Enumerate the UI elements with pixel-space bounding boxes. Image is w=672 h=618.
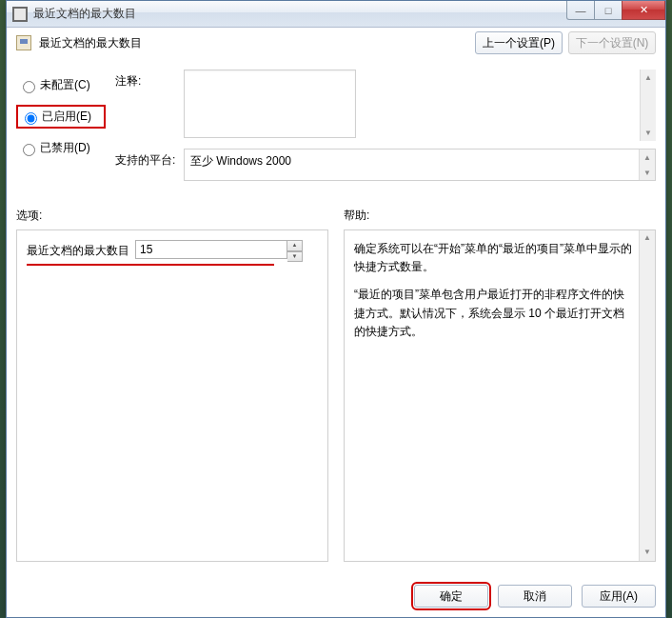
comment-scrollbar[interactable]: ▲ ▼: [640, 70, 656, 141]
radio-enabled-input[interactable]: [25, 112, 37, 125]
content-area: 最近文档的最大数目 上一个设置(P) 下一个设置(N) 未配置(C) 已启用(E…: [16, 31, 656, 608]
spin-down-button[interactable]: ▼: [287, 251, 303, 263]
radio-enabled[interactable]: 已启用(E): [16, 105, 106, 129]
platform-box: 至少 Windows 2000 ▲ ▼: [184, 149, 656, 181]
fields-column: 注释: ▲ ▼ 支持的平台: 至少 Windows 2000 ▲: [115, 70, 656, 189]
help-body: 确定系统可以在“开始”菜单的“最近的项目”菜单中显示的快捷方式数量。 “最近的项…: [344, 229, 656, 562]
close-button[interactable]: ✕: [622, 1, 665, 20]
radio-column: 未配置(C) 已启用(E) 已禁用(D): [16, 70, 106, 189]
window-buttons: — □ ✕: [567, 1, 665, 20]
previous-setting-button[interactable]: 上一个设置(P): [475, 31, 563, 54]
scroll-up-icon[interactable]: ▲: [640, 230, 655, 247]
page-title: 最近文档的最大数目: [39, 35, 469, 51]
titlebar[interactable]: 最近文档的最大数目 — □ ✕: [7, 1, 665, 28]
help-paragraph-1: 确定系统可以在“开始”菜单的“最近的项目”菜单中显示的快捷方式数量。: [354, 240, 634, 276]
option-label: 最近文档的最大数目: [27, 242, 129, 260]
comment-row: 注释: ▲ ▼: [115, 70, 656, 141]
maximize-button[interactable]: □: [594, 1, 623, 20]
scroll-down-icon[interactable]: ▼: [640, 545, 655, 561]
scroll-down-icon[interactable]: ▼: [641, 125, 656, 141]
radio-not-configured-input[interactable]: [23, 81, 35, 93]
window-title: 最近文档的最大数目: [33, 6, 136, 22]
ok-button[interactable]: 确定: [414, 585, 488, 608]
help-label: 帮助:: [344, 208, 656, 224]
scroll-up-icon[interactable]: ▲: [640, 150, 655, 165]
help-scrollbar[interactable]: ▲ ▼: [639, 230, 655, 561]
radio-disabled[interactable]: 已禁用(D): [16, 138, 106, 158]
radio-disabled-input[interactable]: [23, 144, 35, 156]
radio-not-configured[interactable]: 未配置(C): [16, 75, 106, 95]
help-pane: 帮助: 确定系统可以在“开始”菜单的“最近的项目”菜单中显示的快捷方式数量。 “…: [344, 208, 656, 562]
platform-row: 支持的平台: 至少 Windows 2000 ▲ ▼: [115, 149, 656, 181]
radio-disabled-label: 已禁用(D): [40, 140, 90, 156]
dialog-window: 最近文档的最大数目 — □ ✕ 最近文档的最大数目 上一个设置(P) 下一个设置…: [6, 0, 666, 618]
panes: 选项: 最近文档的最大数目 ▲ ▼ 帮助:: [16, 208, 656, 562]
platform-label: 支持的平台:: [115, 149, 184, 181]
next-setting-button: 下一个设置(N): [568, 31, 656, 54]
header-row: 最近文档的最大数目 上一个设置(P) 下一个设置(N): [16, 31, 656, 54]
config-area: 未配置(C) 已启用(E) 已禁用(D) 注释: ▲: [16, 70, 656, 189]
comment-textarea[interactable]: [184, 70, 356, 138]
options-label: 选项:: [16, 208, 328, 224]
scroll-down-icon[interactable]: ▼: [640, 165, 655, 180]
option-row: 最近文档的最大数目 ▲ ▼: [27, 240, 274, 266]
radio-enabled-label: 已启用(E): [42, 109, 91, 125]
cancel-button[interactable]: 取消: [498, 585, 572, 608]
comment-label: 注释:: [115, 70, 184, 141]
footer: 确定 取消 应用(A): [414, 575, 656, 608]
minimize-button[interactable]: —: [566, 1, 595, 20]
policy-icon: [16, 35, 31, 50]
options-pane: 选项: 最近文档的最大数目 ▲ ▼: [16, 208, 328, 562]
options-body: 最近文档的最大数目 ▲ ▼: [16, 229, 328, 562]
radio-not-configured-label: 未配置(C): [40, 77, 90, 93]
quantity-stepper[interactable]: ▲ ▼: [135, 240, 303, 262]
platform-scrollbar[interactable]: ▲ ▼: [639, 150, 655, 180]
app-icon: [12, 7, 28, 22]
platform-value: 至少 Windows 2000: [190, 153, 291, 169]
help-paragraph-2: “最近的项目”菜单包含用户最近打开的非程序文件的快捷方式。默认情况下，系统会显示…: [354, 286, 634, 341]
apply-button[interactable]: 应用(A): [582, 585, 656, 608]
scroll-up-icon[interactable]: ▲: [641, 70, 656, 86]
option-value-input[interactable]: [135, 240, 287, 259]
spin-up-button[interactable]: ▲: [287, 240, 303, 251]
